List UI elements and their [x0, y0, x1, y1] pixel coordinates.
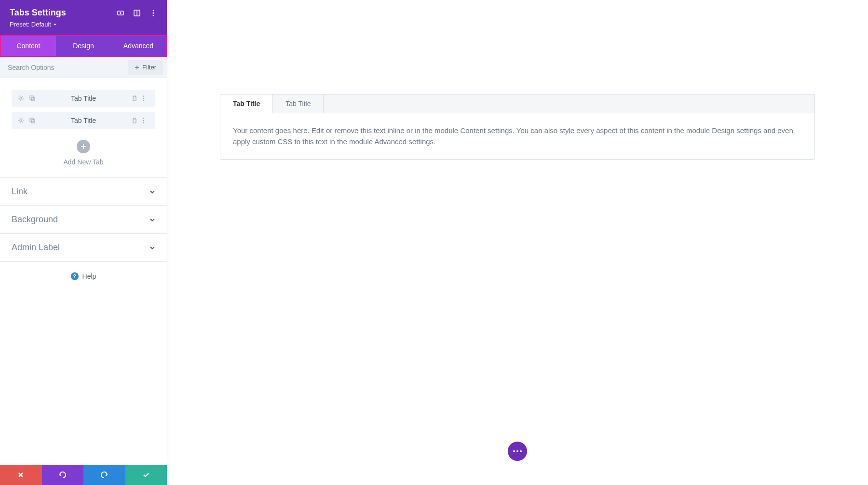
svg-point-1 [120, 13, 121, 13]
svg-point-18 [143, 118, 144, 119]
layout-icon[interactable] [133, 9, 141, 17]
accordion-section: Link Background Admin Label [0, 177, 167, 262]
more-icon[interactable] [143, 95, 149, 102]
svg-point-13 [143, 98, 144, 99]
svg-point-20 [143, 122, 144, 123]
help-label: Help [82, 272, 96, 280]
check-icon [142, 471, 150, 479]
sidebar-header: Tabs Settings Preset: Default [0, 0, 167, 35]
undo-button[interactable] [42, 465, 84, 485]
preset-label: Preset: Default [10, 21, 51, 28]
undo-icon [59, 471, 67, 479]
svg-point-15 [20, 120, 22, 121]
filter-label: Filter [142, 64, 156, 71]
accordion-admin-label[interactable]: Admin Label [0, 234, 167, 262]
chevron-down-icon [149, 217, 155, 223]
dot-icon [520, 450, 522, 452]
search-input[interactable] [0, 58, 124, 77]
accordion-title: Link [12, 187, 27, 197]
tabs-module-preview: Tab Title Tab Title Your content goes he… [220, 94, 815, 160]
panel-title: Tabs Settings [10, 8, 66, 18]
trash-icon[interactable] [131, 95, 138, 102]
close-icon [17, 472, 24, 478]
tab-design[interactable]: Design [56, 36, 111, 56]
settings-sidebar: Tabs Settings Preset: Default Content De… [0, 0, 167, 485]
preview-content[interactable]: Your content goes here. Edit or remove t… [220, 113, 814, 159]
preview-tab-1[interactable]: Tab Title [220, 94, 273, 113]
duplicate-icon[interactable] [29, 117, 36, 124]
save-button[interactable] [125, 465, 167, 485]
more-icon[interactable] [149, 9, 157, 17]
dot-icon [513, 450, 515, 452]
help-button[interactable]: ? Help [0, 262, 167, 291]
caret-down-icon [53, 23, 57, 27]
accordion-link[interactable]: Link [0, 178, 167, 206]
footer-actions [0, 465, 167, 485]
gear-icon[interactable] [17, 117, 24, 124]
svg-point-6 [153, 14, 154, 16]
duplicate-icon[interactable] [29, 95, 36, 102]
svg-point-12 [143, 95, 144, 96]
svg-point-9 [20, 97, 22, 99]
tab-item[interactable]: Tab Title [12, 112, 155, 129]
tab-item[interactable]: Tab Title [12, 90, 155, 107]
accordion-background[interactable]: Background [0, 206, 167, 234]
redo-icon [100, 471, 108, 479]
plus-icon [81, 144, 86, 149]
add-button[interactable] [77, 140, 90, 153]
cancel-button[interactable] [0, 465, 42, 485]
content-area: Tab Title Tab Title [0, 78, 167, 465]
search-bar: Filter [0, 57, 167, 78]
more-icon[interactable] [143, 117, 149, 124]
preset-dropdown[interactable]: Preset: Default [10, 21, 157, 28]
chevron-down-icon [149, 189, 155, 195]
filter-button[interactable]: Filter [128, 60, 163, 75]
tab-item-title: Tab Title [36, 117, 131, 124]
floating-action-button[interactable] [508, 442, 527, 461]
trash-icon[interactable] [131, 117, 138, 124]
svg-point-5 [153, 12, 154, 13]
responsive-icon[interactable] [117, 9, 124, 17]
redo-button[interactable] [83, 465, 125, 485]
tab-item-title: Tab Title [36, 94, 131, 102]
preview-tab-2[interactable]: Tab Title [273, 94, 324, 113]
tab-content[interactable]: Content [1, 36, 56, 56]
dot-icon [516, 450, 518, 452]
svg-point-19 [143, 120, 144, 121]
tab-advanced[interactable]: Advanced [111, 36, 166, 56]
add-new-label: Add New Tab [0, 158, 167, 166]
svg-point-14 [143, 100, 144, 101]
settings-tabs-nav: Content Design Advanced [0, 35, 167, 57]
accordion-title: Background [12, 215, 58, 225]
add-new-tab: Add New Tab [0, 134, 167, 177]
plus-icon [135, 65, 139, 70]
chevron-down-icon [149, 245, 155, 251]
svg-point-4 [153, 10, 154, 11]
gear-icon[interactable] [17, 95, 24, 102]
help-icon: ? [71, 272, 79, 280]
preview-area: Tab Title Tab Title Your content goes he… [167, 0, 868, 485]
accordion-title: Admin Label [12, 242, 60, 253]
preview-tabs-nav: Tab Title Tab Title [220, 94, 814, 113]
